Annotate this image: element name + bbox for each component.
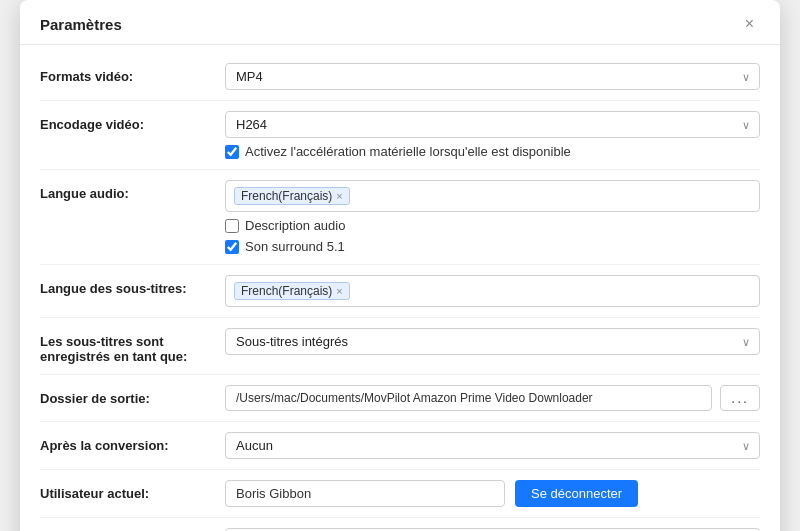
video-encoding-row: Encodage vidéo: H264 H265 AV1 Activez l'… xyxy=(40,101,760,170)
subtitle-type-select-wrapper: Sous-titres intégrés Sous-titres externe… xyxy=(225,328,760,355)
video-format-row: Formats vidéo: MP4 MKV AVI xyxy=(40,53,760,101)
video-format-label: Formats vidéo: xyxy=(40,63,225,84)
after-conversion-select-wrapper: Aucun Ouvrir le dossier Éteindre l'ordin… xyxy=(225,432,760,459)
browse-button[interactable]: ... xyxy=(720,385,760,411)
video-encoding-select-wrapper: H264 H265 AV1 xyxy=(225,111,760,138)
close-button[interactable]: × xyxy=(739,14,760,34)
video-format-control: MP4 MKV AVI xyxy=(225,63,760,90)
logout-button[interactable]: Se déconnecter xyxy=(515,480,638,507)
dialog-title: Paramètres xyxy=(40,16,122,33)
description-audio-row: Description audio xyxy=(225,218,760,233)
current-user-control: Se déconnecter xyxy=(225,480,760,507)
subtitle-lang-row: Langue des sous-titres: French(Français)… xyxy=(40,265,760,318)
subtitle-lang-tag-close[interactable]: × xyxy=(336,285,342,297)
output-folder-control: /Users/mac/Documents/MovPilot Amazon Pri… xyxy=(225,385,760,411)
current-user-label: Utilisateur actuel: xyxy=(40,480,225,501)
subtitle-lang-tag: French(Français) × xyxy=(234,282,350,300)
after-conversion-label: Après la conversion: xyxy=(40,432,225,453)
audio-lang-row: Langue audio: French(Français) × Descrip… xyxy=(40,170,760,265)
subtitle-lang-tag-input[interactable]: French(Français) × xyxy=(225,275,760,307)
audio-lang-tag-text: French(Français) xyxy=(241,189,332,203)
surround-label: Son surround 5.1 xyxy=(245,239,345,254)
audio-lang-tag-close[interactable]: × xyxy=(336,190,342,202)
video-format-select[interactable]: MP4 MKV AVI xyxy=(225,63,760,90)
video-format-select-wrapper: MP4 MKV AVI xyxy=(225,63,760,90)
video-encoding-control: H264 H265 AV1 Activez l'accélération mat… xyxy=(225,111,760,159)
path-row: /Users/mac/Documents/MovPilot Amazon Pri… xyxy=(225,385,760,411)
after-conversion-select[interactable]: Aucun Ouvrir le dossier Éteindre l'ordin… xyxy=(225,432,760,459)
subtitle-lang-label: Langue des sous-titres: xyxy=(40,275,225,296)
settings-dialog: Paramètres × Formats vidéo: MP4 MKV AVI … xyxy=(20,0,780,531)
subtitle-type-row: Les sous-titres sont enregistrés en tant… xyxy=(40,318,760,375)
username-input[interactable] xyxy=(225,480,505,507)
surround-checkbox[interactable] xyxy=(225,240,239,254)
description-audio-label: Description audio xyxy=(245,218,345,233)
audio-lang-label: Langue audio: xyxy=(40,180,225,201)
output-folder-label: Dossier de sortie: xyxy=(40,385,225,406)
video-encoding-select[interactable]: H264 H265 AV1 xyxy=(225,111,760,138)
user-row: Se déconnecter xyxy=(225,480,760,507)
hw-acceleration-label: Activez l'accélération matérielle lorsqu… xyxy=(245,144,571,159)
dialog-header: Paramètres × xyxy=(20,0,780,45)
subtitle-type-select[interactable]: Sous-titres intégrés Sous-titres externe… xyxy=(225,328,760,355)
description-audio-checkbox[interactable] xyxy=(225,219,239,233)
after-conversion-control: Aucun Ouvrir le dossier Éteindre l'ordin… xyxy=(225,432,760,459)
subtitle-type-control: Sous-titres intégrés Sous-titres externe… xyxy=(225,328,760,355)
hw-acceleration-checkbox[interactable] xyxy=(225,145,239,159)
hw-acceleration-row: Activez l'accélération matérielle lorsqu… xyxy=(225,144,760,159)
after-conversion-row: Après la conversion: Aucun Ouvrir le dos… xyxy=(40,422,760,470)
audio-lang-tag: French(Français) × xyxy=(234,187,350,205)
language-row: Langue: Français English Español xyxy=(40,518,760,531)
subtitle-lang-tag-text: French(Français) xyxy=(241,284,332,298)
current-user-row: Utilisateur actuel: Se déconnecter xyxy=(40,470,760,518)
output-path-display: /Users/mac/Documents/MovPilot Amazon Pri… xyxy=(225,385,712,411)
output-folder-row: Dossier de sortie: /Users/mac/Documents/… xyxy=(40,375,760,422)
video-encoding-label: Encodage vidéo: xyxy=(40,111,225,132)
subtitle-lang-control: French(Français) × xyxy=(225,275,760,307)
surround-row: Son surround 5.1 xyxy=(225,239,760,254)
dialog-body: Formats vidéo: MP4 MKV AVI Encodage vidé… xyxy=(20,45,780,531)
audio-lang-tag-input[interactable]: French(Français) × xyxy=(225,180,760,212)
audio-lang-control: French(Français) × Description audio Son… xyxy=(225,180,760,254)
subtitle-type-label: Les sous-titres sont enregistrés en tant… xyxy=(40,328,225,364)
